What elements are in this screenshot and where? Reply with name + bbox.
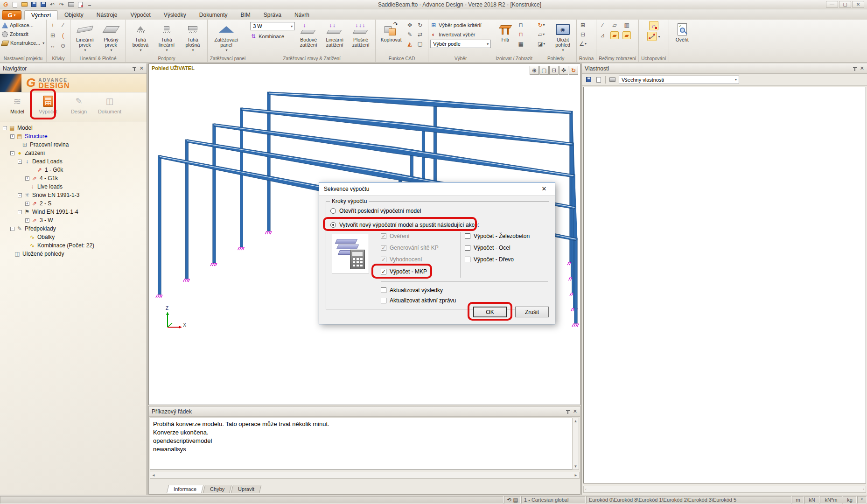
wireframe-mode-icon[interactable]: ∕ xyxy=(598,21,607,29)
checkbox-aktualizovat-zpravu[interactable]: Aktualizovat aktivní zprávu xyxy=(381,297,456,304)
offset-icon[interactable]: ▢ xyxy=(416,40,424,48)
tree-item-live-loads[interactable]: ↓Live loads xyxy=(2,182,147,191)
linearni-zatizeni-button[interactable]: ↓↓Lineární zatížení xyxy=(322,21,347,48)
vyber-podle-kriterii-button[interactable]: ⊞Výběr podle kritérií xyxy=(430,21,482,29)
save-properties-icon[interactable] xyxy=(585,77,592,83)
mode-model[interactable]: ≋Model xyxy=(3,95,32,114)
tab-vysledky[interactable]: Výsledky xyxy=(157,10,193,20)
tab-vypocet[interactable]: Výpočet xyxy=(124,10,157,20)
scroll-right-icon[interactable]: ► xyxy=(574,473,578,477)
status-design-codes[interactable]: Eurokód 0\Eurokód 8\Eurokód 1\Eurokód 2\… xyxy=(586,496,791,504)
status-unit-mass[interactable]: kg xyxy=(843,496,857,504)
snap-magnet-icon[interactable]: ∩ xyxy=(649,21,658,30)
edit-mode-icon[interactable]: ▤ xyxy=(513,497,518,503)
zobrazit-button[interactable]: Zobrazit xyxy=(2,30,28,38)
point-icon[interactable]: + xyxy=(49,21,57,29)
orbit-icon[interactable]: ↻ xyxy=(569,66,578,75)
overit-button[interactable]: ✓Ověřit xyxy=(671,21,693,42)
zatezovaci-panel-button[interactable]: Zatěžovací panel▾ xyxy=(210,21,243,53)
orbit-view-icon[interactable]: ↻▾ xyxy=(537,21,545,29)
mode-dokument[interactable]: ◫Dokument xyxy=(95,95,124,114)
tab-upravit[interactable]: Upravit xyxy=(231,485,261,493)
workplane-axes-icon[interactable]: ∠▾ xyxy=(579,40,587,48)
arc-icon[interactable]: ( xyxy=(59,31,67,39)
scroll-left-icon[interactable]: ◄ xyxy=(152,473,155,477)
tab-vychozi[interactable]: Výchozi xyxy=(24,10,58,20)
checkbox-aktualizovat-vysledky[interactable]: Aktualizovat výsledky xyxy=(381,287,443,294)
modify-icon[interactable]: ✎ xyxy=(406,30,414,38)
dialog-title-bar[interactable]: Sekvence výpočtu ✕ xyxy=(319,182,555,196)
checkbox-vypocet-mkp[interactable]: ✓Výpočet - MKP xyxy=(381,268,427,275)
status-unit-moment[interactable]: kN*m xyxy=(820,496,842,504)
vyber-podle-combo[interactable]: Výběr podle▾ xyxy=(430,40,491,48)
workplane-grid-icon[interactable]: ⊞ xyxy=(579,21,587,29)
ghost-display-icon[interactable]: ▦ xyxy=(517,40,525,48)
tree-item-ulozene-pohledy[interactable]: ◫Uložené pohledy xyxy=(2,250,147,258)
mirror-icon[interactable]: ◭ xyxy=(406,40,414,48)
delete-icon[interactable] xyxy=(77,1,84,8)
rotate-icon[interactable]: ↻ xyxy=(416,21,424,29)
edges-mode-icon[interactable]: ⊿ xyxy=(598,31,607,39)
tree-item-model[interactable]: -▤Model xyxy=(2,124,147,132)
properties-horizontal-scrollbar[interactable]: ‹› xyxy=(583,486,866,493)
tab-bim[interactable]: BIM xyxy=(234,10,257,20)
tab-sprava[interactable]: Správa xyxy=(257,10,288,20)
radio-create-new-model[interactable]: Vytvořit nový výpočetní model a spustit … xyxy=(330,222,479,228)
qat-customize-icon[interactable]: = xyxy=(86,1,93,8)
mode-design[interactable]: ✎Design xyxy=(64,95,93,114)
status-unit-length[interactable]: m xyxy=(792,496,804,504)
zoom-window-icon[interactable]: ⊡ xyxy=(549,66,559,75)
ulozit-pohled-button[interactable]: ◉Uložit pohled▾ xyxy=(551,21,574,53)
tree-item-wind[interactable]: -⚑Wind EN 1991-1-4 xyxy=(2,208,147,216)
shaded-mode-icon[interactable]: ▥ xyxy=(622,21,631,29)
save-as-icon[interactable] xyxy=(39,1,47,8)
status-unit-angle[interactable]: ° xyxy=(857,496,867,504)
tree-item-snow[interactable]: -✳Snow EN 1991-1-3 xyxy=(2,191,147,199)
grid-icon[interactable]: ⊞ xyxy=(49,31,57,39)
tree-item-structure[interactable]: +▤Structure xyxy=(2,132,147,140)
tree-item-dead-loads[interactable]: -↓Dead Loads xyxy=(2,157,147,166)
plosny-prvek-button[interactable]: Plošný prvek▾ xyxy=(98,21,124,53)
tab-chyby[interactable]: Chyby xyxy=(203,485,231,493)
zoom-icon[interactable]: ⊕ xyxy=(530,66,539,75)
mode-vypocet[interactable]: Výpočet xyxy=(34,95,63,114)
stretch-icon[interactable]: ⇄ xyxy=(416,30,424,38)
pin-icon[interactable] xyxy=(853,66,857,71)
tab-navrh[interactable]: Návrh xyxy=(288,10,316,20)
move-icon[interactable]: ✜ xyxy=(406,21,414,29)
minimize-button[interactable]: — xyxy=(826,1,838,8)
tree-item-zatizeni[interactable]: -●Zatížení xyxy=(2,149,147,157)
export-properties-icon[interactable] xyxy=(595,77,602,83)
open-file-icon[interactable] xyxy=(21,1,28,8)
line-icon[interactable]: ∕ xyxy=(59,21,67,29)
circle-icon[interactable]: ⊙ xyxy=(59,42,67,49)
radio-open-last-model[interactable]: Otevřít poslední výpočetní model xyxy=(330,208,421,214)
scroll-down-icon[interactable]: ▼ xyxy=(574,464,578,469)
checkbox-ocel[interactable]: Výpočet - Ocel xyxy=(465,245,510,251)
maximize-button[interactable]: ▢ xyxy=(839,1,851,8)
zoom-selection-icon[interactable]: ▢ xyxy=(539,66,549,75)
tree-item-g0k[interactable]: ⇗1 - G0k xyxy=(2,166,147,174)
hidden-line-mode-icon[interactable]: ▱ xyxy=(610,21,619,29)
ok-button[interactable]: OK xyxy=(473,307,507,317)
tree-item-g1k[interactable]: +⇗4 - G1k xyxy=(2,174,147,182)
bodove-zatizeni-button[interactable]: ↓Bodové zatížení xyxy=(296,21,321,48)
tab-nastroje[interactable]: Nástroje xyxy=(90,10,124,20)
tree-item-predpoklady[interactable]: -✎Předpoklady xyxy=(2,224,147,233)
close-button[interactable]: ✕ xyxy=(852,1,864,8)
application-menu-button[interactable]: G ▾ xyxy=(2,10,21,20)
kombinace-button[interactable]: ⇅Kombinace xyxy=(250,32,295,41)
app-logo-icon[interactable]: G xyxy=(2,1,9,8)
status-coordinate-system[interactable]: 1 - Cartesian global xyxy=(521,496,586,504)
workplane-grid2-icon[interactable]: ⊟ xyxy=(579,30,587,38)
scroll-up-icon[interactable]: ▲ xyxy=(574,419,578,423)
close-icon[interactable]: ✕ xyxy=(573,408,577,414)
pan-icon[interactable]: ✜ xyxy=(559,66,568,75)
tab-dokumenty[interactable]: Dokumenty xyxy=(193,10,234,20)
save-icon[interactable] xyxy=(30,1,37,8)
section-mode-icon[interactable]: ▰ xyxy=(622,31,631,39)
view-face-icon[interactable]: ◪▾ xyxy=(537,40,545,48)
print-icon[interactable] xyxy=(67,1,75,8)
properties-content[interactable] xyxy=(583,87,866,483)
pin-icon[interactable] xyxy=(132,66,137,71)
